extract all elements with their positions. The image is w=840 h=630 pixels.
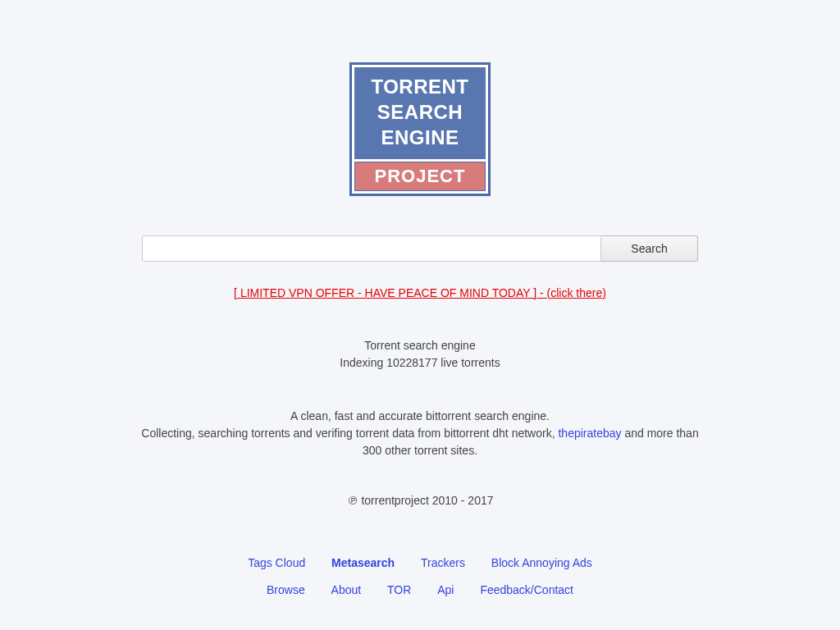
desc-line1: A clean, fast and accurate bittorrent se… — [133, 408, 707, 425]
nav-metasearch[interactable]: Metasearch — [331, 550, 395, 578]
logo-line4: PROJECT — [354, 162, 485, 191]
search-row: Search — [142, 235, 698, 262]
nav-block-ads[interactable]: Block Annoying Ads — [491, 550, 592, 578]
search-input[interactable] — [142, 235, 601, 262]
logo-top: TORRENT SEARCH ENGINE — [354, 67, 485, 159]
thepiratebay-link[interactable]: thepiratebay — [558, 427, 621, 440]
vpn-offer-link[interactable]: [ LIMITED VPN OFFER - HAVE PEACE OF MIND… — [234, 286, 606, 299]
nav-tor[interactable]: TOR — [387, 577, 411, 605]
desc-line2: Collecting, searching torrents and verif… — [133, 425, 707, 459]
logo-line2: SEARCH — [371, 99, 468, 125]
copyright: ℗ torrentproject 2010 - 2017 — [347, 494, 494, 507]
tagline-line2: Indexing 10228177 live torrents — [340, 354, 500, 372]
tagline-line1: Torrent search engine — [340, 337, 500, 354]
logo-line3: ENGINE — [371, 125, 468, 150]
nav-tags-cloud[interactable]: Tags Cloud — [248, 550, 305, 578]
nav-browse[interactable]: Browse — [267, 577, 305, 605]
nav-row-1: Tags Cloud Metasearch Trackers Block Ann… — [236, 550, 604, 578]
tagline: Torrent search engine Indexing 10228177 … — [340, 337, 500, 372]
page-container: TORRENT SEARCH ENGINE PROJECT Search [ L… — [0, 0, 840, 605]
description: A clean, fast and accurate bittorrent se… — [133, 408, 707, 459]
search-button[interactable]: Search — [601, 235, 698, 262]
nav-feedback[interactable]: Feedback/Contact — [480, 577, 573, 605]
nav-api[interactable]: Api — [437, 577, 454, 605]
nav-trackers[interactable]: Trackers — [421, 550, 465, 578]
desc-line2a: Collecting, searching torrents and verif… — [141, 427, 558, 440]
logo-line1: TORRENT — [371, 74, 468, 99]
nav-row-2: Browse About TOR Api Feedback/Contact — [236, 577, 604, 605]
footer-nav: Tags Cloud Metasearch Trackers Block Ann… — [236, 550, 604, 605]
logo: TORRENT SEARCH ENGINE PROJECT — [349, 62, 490, 196]
nav-about[interactable]: About — [331, 577, 362, 605]
